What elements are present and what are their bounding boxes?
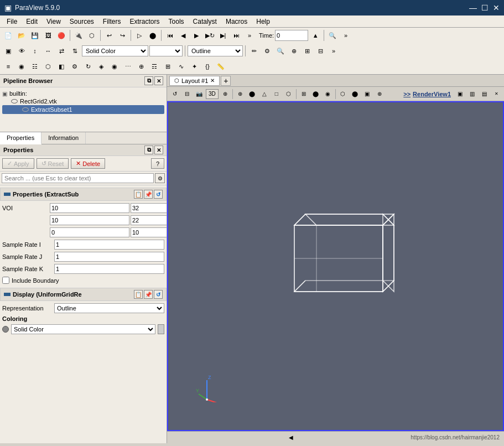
viewport-3d[interactable]: Z X Y xyxy=(167,101,504,431)
menu-tools[interactable]: Tools xyxy=(164,17,189,27)
save-button[interactable]: 💾 xyxy=(29,29,41,42)
time-up[interactable]: ▲ xyxy=(309,29,321,42)
maximize-button[interactable]: ☐ xyxy=(481,3,489,12)
group2-btn2[interactable]: 📌 xyxy=(144,290,153,299)
menu-edit[interactable]: Edit xyxy=(22,17,42,27)
filter7[interactable]: ◈ xyxy=(95,60,107,72)
filter9[interactable]: ⋯ xyxy=(122,60,134,72)
pipeline-close-button[interactable]: ✕ xyxy=(154,76,163,85)
next-frame[interactable]: ▶| xyxy=(217,29,229,42)
menu-sources[interactable]: Sources xyxy=(65,17,98,27)
hover-btn[interactable]: ⬤ xyxy=(247,89,258,100)
filter8[interactable]: ◉ xyxy=(108,60,121,72)
tb-sel2[interactable]: ⊟ xyxy=(314,45,326,57)
orient-btn3[interactable]: ◉ xyxy=(323,89,334,100)
apply-button[interactable]: ✓ Apply xyxy=(2,158,34,169)
representation-dropdown[interactable]: Outline xyxy=(188,45,243,56)
scroll-left-btn[interactable]: ◀ xyxy=(289,434,293,440)
filter1[interactable]: ◉ xyxy=(15,60,28,72)
rtb-btn4[interactable]: ⊕ xyxy=(374,89,385,100)
help-button[interactable]: ? xyxy=(151,158,164,169)
redo-button[interactable]: ↪ xyxy=(116,29,128,42)
tb-btn5[interactable]: 🔴 xyxy=(55,29,67,42)
orient-btn1[interactable]: ⊞ xyxy=(298,89,309,100)
add-layout-tab[interactable]: + xyxy=(221,76,231,86)
capture-btn[interactable]: 📷 xyxy=(194,89,205,100)
search-tb[interactable]: 🔍 xyxy=(326,29,339,42)
calc-btn[interactable]: ≡ xyxy=(2,60,14,72)
voi-i-min[interactable] xyxy=(50,203,129,213)
reset-camera-btn[interactable]: ↺ xyxy=(169,89,180,100)
sample-rate-i-input[interactable] xyxy=(54,240,164,250)
coloring-select[interactable]: Solid Color xyxy=(11,324,155,334)
filter12[interactable]: ⊞ xyxy=(162,60,174,72)
group1-btn2[interactable]: 📌 xyxy=(144,190,153,199)
last-frame[interactable]: ⏭ xyxy=(230,29,242,42)
tb-rotate[interactable]: ↕ xyxy=(29,45,41,57)
sample-rate-j-input[interactable] xyxy=(54,252,164,262)
tb-pan[interactable]: ↔ xyxy=(42,45,54,57)
filter10[interactable]: ⊕ xyxy=(135,60,147,72)
tb-more[interactable]: » xyxy=(243,29,256,42)
layout-vsplit[interactable]: ▤ xyxy=(479,89,490,100)
tree-item-extract[interactable]: ExtractSubset1 xyxy=(2,105,164,114)
rtb-btn1[interactable]: ⬡ xyxy=(337,89,349,100)
filter15[interactable]: {} xyxy=(201,60,214,72)
coloring-dropdown[interactable]: Solid Color xyxy=(82,45,148,56)
voi-k-min[interactable] xyxy=(50,227,129,237)
include-boundary-checkbox[interactable] xyxy=(2,277,9,284)
time-input[interactable] xyxy=(275,30,308,41)
group2-btn1[interactable]: 📋 xyxy=(134,290,143,299)
sel-btn2[interactable]: □ xyxy=(271,89,282,100)
tb-edit1[interactable]: ✏ xyxy=(248,45,260,57)
render-tb-more[interactable]: ⊕ xyxy=(220,89,231,100)
menu-file[interactable]: File xyxy=(2,17,22,27)
group1-btn1[interactable]: 📋 xyxy=(134,190,143,199)
menu-help[interactable]: Help xyxy=(252,17,274,27)
stop-trace[interactable]: ⬤ xyxy=(147,29,159,42)
pipeline-float-button[interactable]: ⧉ xyxy=(144,76,153,85)
filter13[interactable]: ∿ xyxy=(175,60,187,72)
sel-btn3[interactable]: ⬡ xyxy=(283,89,294,100)
color-picker-btn[interactable] xyxy=(158,324,164,334)
filter16[interactable]: 📏 xyxy=(215,60,227,72)
menu-extractors[interactable]: Extractors xyxy=(126,17,164,27)
voi-i-max[interactable] xyxy=(131,203,167,213)
close-button[interactable]: ✕ xyxy=(493,3,500,12)
rtb-btn2[interactable]: ⬤ xyxy=(350,89,361,100)
filter5[interactable]: ⚙ xyxy=(69,60,81,72)
tb-orient2[interactable]: ⇅ xyxy=(69,45,81,57)
menu-macros[interactable]: Macros xyxy=(221,17,252,27)
filter6[interactable]: ↻ xyxy=(82,60,94,72)
play-button[interactable]: ▶ xyxy=(190,29,202,42)
prev-frame[interactable]: ◀ xyxy=(177,29,189,42)
menu-catalyst[interactable]: Catalyst xyxy=(189,17,221,27)
tree-item-rectgrid[interactable]: RectGrid2.vtk xyxy=(2,97,164,105)
open-button[interactable]: 📂 xyxy=(15,29,28,42)
voi-k-max[interactable] xyxy=(131,227,167,237)
toggle-3d-btn[interactable]: 3D xyxy=(206,89,219,99)
eye-tb[interactable]: 👁 xyxy=(15,45,28,57)
tb-edit2[interactable]: ⚙ xyxy=(261,45,273,57)
layout-tab[interactable]: ⬡ Layout #1 ✕ xyxy=(169,76,220,86)
filter14[interactable]: ✦ xyxy=(188,60,200,72)
orient-btn2[interactable]: ⬤ xyxy=(310,89,321,100)
tb-zoom[interactable]: 🔍 xyxy=(274,45,287,57)
layout-hsplit[interactable]: ▥ xyxy=(466,89,477,100)
start-trace[interactable]: ▷ xyxy=(133,29,146,42)
reset-button[interactable]: ↺ Reset xyxy=(37,158,69,169)
menu-filters[interactable]: Filters xyxy=(98,17,126,27)
filter4[interactable]: ◧ xyxy=(55,60,67,72)
props-float-btn[interactable]: ⧉ xyxy=(144,146,153,154)
tab-properties[interactable]: Properties xyxy=(0,132,41,144)
disconnect-button[interactable]: ⬡ xyxy=(86,29,98,42)
minimize-button[interactable]: — xyxy=(469,3,477,12)
layout-single[interactable]: ▣ xyxy=(454,89,465,100)
voi-j-min[interactable] xyxy=(50,215,129,225)
delete-button[interactable]: ✕ Delete xyxy=(71,158,105,169)
group1-btn3[interactable]: ↺ xyxy=(154,190,163,199)
tb-more2[interactable]: » xyxy=(340,29,352,42)
coloring-dropdown2[interactable] xyxy=(149,45,183,56)
layout-max[interactable]: ✕ xyxy=(491,89,502,100)
connect-button[interactable]: 🔌 xyxy=(72,29,85,42)
